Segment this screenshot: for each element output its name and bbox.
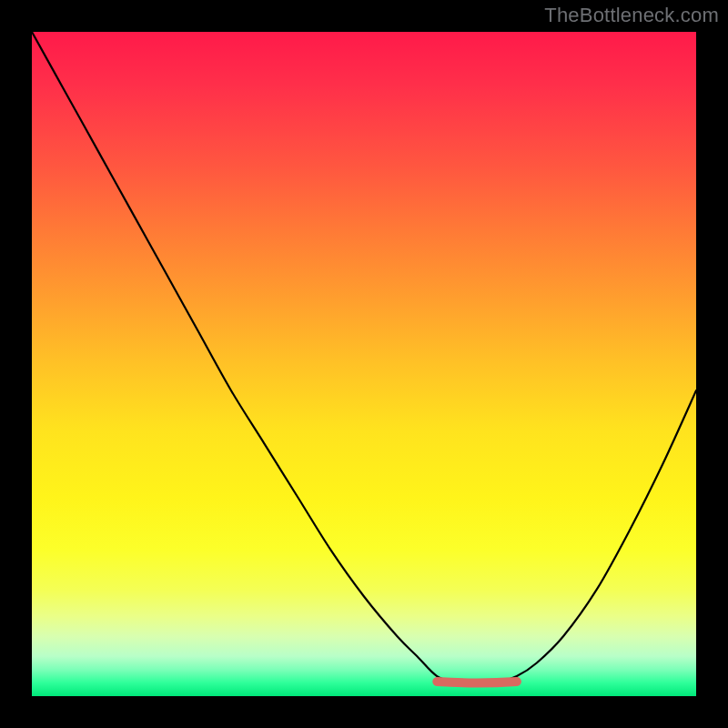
flat-minimum-segment: [437, 682, 517, 683]
watermark-text: TheBottleneck.com: [544, 4, 719, 27]
curve-layer: [32, 32, 696, 696]
plot-area: [32, 32, 696, 696]
bottleneck-curve: [32, 32, 696, 683]
chart-frame: TheBottleneck.com: [0, 0, 728, 728]
